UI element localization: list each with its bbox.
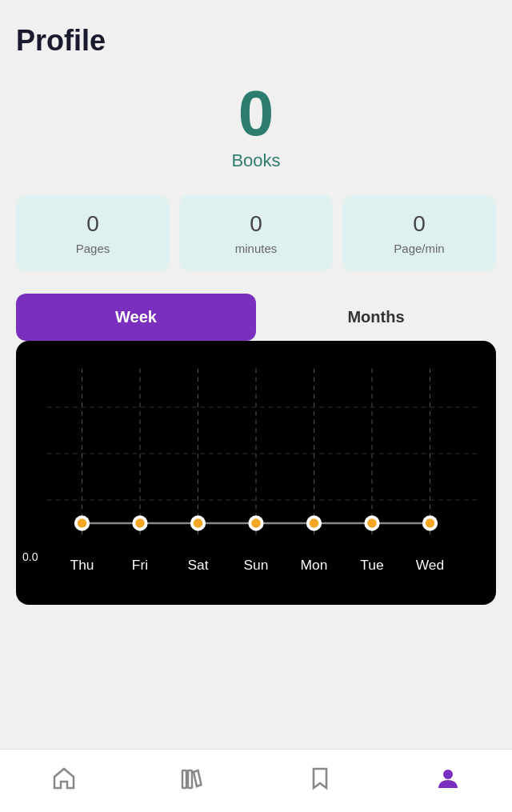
chart-label-mon: Mon [301, 557, 328, 573]
books-label: Books [16, 150, 496, 171]
pages-card: 0 Pages [16, 195, 170, 271]
nav-home[interactable] [50, 764, 78, 793]
books-count-section: 0 Books [16, 82, 496, 171]
svg-point-21 [367, 518, 377, 528]
svg-point-16 [78, 518, 87, 528]
tab-months[interactable]: Months [256, 294, 496, 341]
svg-point-22 [426, 518, 435, 528]
pages-label: Pages [24, 242, 162, 255]
nav-bookmarks[interactable] [306, 764, 334, 793]
svg-point-17 [135, 518, 145, 528]
nav-library[interactable] [178, 764, 206, 793]
chart-label-thu: Thu [70, 557, 94, 573]
svg-rect-24 [188, 770, 192, 788]
profile-icon [434, 764, 462, 793]
bottom-nav [0, 749, 512, 812]
chart-label-tue: Tue [360, 557, 383, 573]
home-icon [50, 764, 78, 793]
pages-value: 0 [24, 211, 162, 237]
pagemin-value: 0 [350, 211, 488, 237]
minutes-label: minutes [187, 242, 325, 255]
chart-label-fri: Fri [132, 557, 148, 573]
bookmark-icon [306, 764, 334, 793]
svg-point-18 [194, 518, 203, 528]
minutes-card: 0 minutes [179, 195, 333, 271]
nav-profile[interactable] [434, 764, 462, 793]
tab-row: Week Months [16, 294, 496, 341]
library-icon [178, 764, 206, 793]
chart-label-sat: Sat [187, 557, 208, 573]
svg-point-25 [443, 770, 453, 779]
page-title: Profile [16, 24, 496, 58]
chart-label-wed: Wed [416, 557, 444, 573]
tab-week[interactable]: Week [16, 294, 256, 341]
pagemin-card: 0 Page/min [342, 195, 496, 271]
books-number: 0 [16, 82, 496, 146]
chart-label-sun: Sun [244, 557, 269, 573]
svg-point-19 [251, 518, 261, 528]
pagemin-label: Page/min [350, 242, 488, 255]
svg-point-20 [310, 518, 319, 528]
stats-row: 0 Pages 0 minutes 0 Page/min [16, 195, 496, 271]
chart-y-label: 0.0 [22, 550, 38, 563]
minutes-value: 0 [187, 211, 325, 237]
chart-container: 0.0 [16, 341, 496, 605]
chart-svg: Thu Fri Sat Sun Mon Tue Wed [24, 357, 488, 597]
main-content: Profile 0 Books 0 Pages 0 minutes 0 Page… [0, 0, 512, 749]
svg-rect-23 [182, 770, 186, 788]
